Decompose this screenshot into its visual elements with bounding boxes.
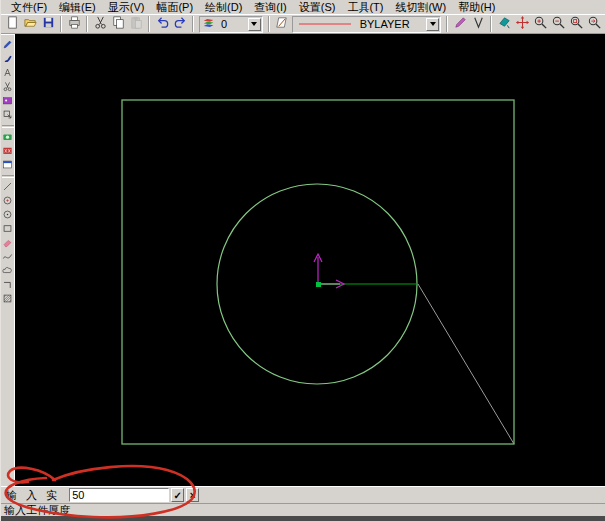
toolbar-separator	[268, 16, 270, 32]
circle-center-tool-icon	[2, 194, 13, 209]
corner-tool-icon	[2, 278, 13, 293]
eraser-tool-button[interactable]	[1, 237, 14, 250]
zoom-in-button[interactable]	[531, 15, 549, 33]
layer-value: 0	[217, 18, 248, 30]
circle-dot-tool-button[interactable]	[1, 209, 14, 222]
undo-button[interactable]	[153, 15, 171, 33]
bottom-strip	[1, 516, 605, 521]
toolbar-separator	[490, 16, 492, 32]
layer-combo-arrow-triangle-icon	[251, 22, 257, 26]
tool-v-icon	[471, 15, 486, 33]
style-pen-button[interactable]	[451, 15, 469, 33]
bitmap-image-button[interactable]	[1, 95, 14, 108]
origin-marker	[316, 282, 321, 287]
menu-item-E[interactable]: 编辑(E)	[53, 0, 102, 14]
window-view-button[interactable]	[1, 159, 14, 172]
hatch-tool-icon	[2, 292, 13, 307]
camera-view-button[interactable]	[1, 131, 14, 144]
menu-item-H[interactable]: 帮助(H)	[452, 0, 501, 14]
toolbar-separator	[60, 16, 62, 32]
linetype-combo[interactable]: BYLAYER	[292, 16, 441, 33]
linetype-combo-arrow[interactable]	[426, 18, 439, 31]
tool-sidebar	[1, 34, 15, 486]
tool-v-button[interactable]	[469, 15, 487, 33]
line-tool-button[interactable]	[1, 181, 14, 194]
toolbar-separator	[446, 16, 448, 32]
redo-button[interactable]	[171, 15, 189, 33]
cancel-button[interactable]: ×	[186, 488, 199, 502]
menu-item-P[interactable]: 幅面(P)	[150, 0, 199, 14]
save-file-button[interactable]	[39, 15, 57, 33]
print-button[interactable]	[65, 15, 83, 33]
zoom-all-icon	[569, 15, 584, 33]
drawing-canvas[interactable]	[15, 34, 605, 486]
hatch-tool-button[interactable]	[1, 293, 14, 306]
new-file-button[interactable]	[3, 15, 21, 33]
raster-tool-button[interactable]	[1, 145, 14, 158]
menu-item-D[interactable]: 绘制(D)	[199, 0, 248, 14]
toolbar-separator	[148, 16, 150, 32]
new-file-icon	[5, 15, 20, 33]
brush-icon	[2, 52, 13, 67]
camera-view-icon	[2, 130, 13, 145]
bitmap-image-icon	[2, 94, 13, 109]
edit-pen-icon	[2, 38, 13, 53]
edit-pen-button[interactable]	[1, 39, 14, 52]
line-tool-icon	[2, 180, 13, 195]
cut-button[interactable]	[91, 15, 109, 33]
toolbar-separator	[86, 16, 88, 32]
zoom-out-button[interactable]	[549, 15, 567, 33]
toolbar-separator	[192, 16, 194, 32]
sidebar-separator	[2, 125, 14, 128]
app-window: 文件(F)编辑(E)显示(V)幅面(P)绘制(D)查询(I)设置(S)工具(T)…	[0, 0, 605, 521]
paste-button	[127, 15, 145, 33]
linetype-sheet-button[interactable]	[273, 15, 290, 33]
spline-tool-icon	[2, 250, 13, 265]
window-view-icon	[2, 158, 13, 173]
pan-button[interactable]	[513, 15, 531, 33]
status-text: 输入工件厚度	[4, 503, 70, 518]
input-label: 输 入 实	[6, 488, 60, 503]
open-file-button[interactable]	[21, 15, 39, 33]
circle-center-tool-button[interactable]	[1, 195, 14, 208]
redo-icon	[173, 15, 188, 33]
menu-item-S[interactable]: 设置(S)	[293, 0, 342, 14]
paste-icon	[129, 15, 144, 33]
trim-scissors-button[interactable]	[1, 81, 14, 94]
menu-item-I[interactable]: 查询(I)	[248, 0, 292, 14]
corner-tool-button[interactable]	[1, 279, 14, 292]
confirm-button[interactable]: ✓	[171, 488, 184, 502]
zoom-previous-icon	[587, 15, 602, 33]
block-tool-button[interactable]	[1, 109, 14, 122]
eraser-tool-icon	[2, 236, 13, 251]
copy-button[interactable]	[109, 15, 127, 33]
block-tool-icon	[2, 108, 13, 123]
print-icon	[67, 15, 82, 33]
copy-icon	[111, 15, 126, 33]
pan-icon	[515, 15, 530, 33]
spline-tool-button[interactable]	[1, 251, 14, 264]
layer-combo[interactable]: 0	[199, 16, 263, 33]
style-pen-icon	[453, 15, 468, 33]
trim-scissors-icon	[2, 80, 13, 95]
layers-icon	[201, 16, 217, 32]
rectangle-tool-button[interactable]	[1, 223, 14, 236]
zoom-previous-button[interactable]	[585, 15, 603, 33]
main-area	[1, 34, 605, 486]
value-input[interactable]	[69, 488, 169, 502]
cloud-tool-button[interactable]	[1, 265, 14, 278]
layer-combo-arrow[interactable]	[248, 18, 261, 31]
menu-item-T[interactable]: 工具(T)	[341, 0, 389, 14]
redraw-button[interactable]	[495, 15, 513, 33]
raster-tool-icon	[2, 144, 13, 159]
menu-item-F[interactable]: 文件(F)	[5, 0, 53, 14]
pick-text-button[interactable]	[1, 67, 14, 80]
brush-button[interactable]	[1, 53, 14, 66]
menu-bar: 文件(F)编辑(E)显示(V)幅面(P)绘制(D)查询(I)设置(S)工具(T)…	[1, 0, 605, 14]
zoom-out-icon	[551, 15, 566, 33]
menu-item-V[interactable]: 显示(V)	[102, 0, 151, 14]
menu-item-W[interactable]: 线切割(W)	[389, 0, 452, 14]
main-toolbar: 0BYLAYER	[1, 14, 605, 34]
cut-icon	[93, 15, 108, 33]
zoom-all-button[interactable]	[567, 15, 585, 33]
